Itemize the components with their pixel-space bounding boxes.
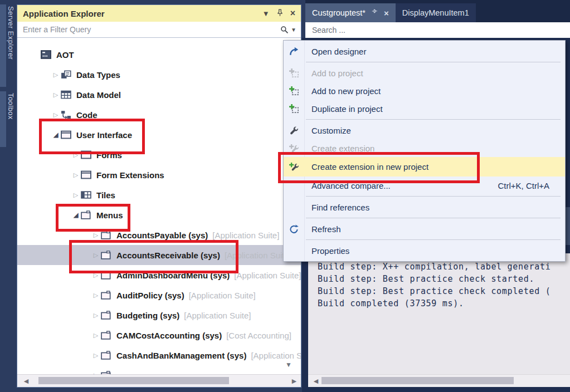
tree-item-code[interactable]: ▷ Code [17,105,301,125]
tree-item-label: CashAndBankManagement (sys) [116,351,246,360]
tree-item-suffix: [Application Suite] [189,291,256,300]
menu-separator [306,239,561,240]
tree-item-data-types[interactable]: ▷ Data Types [17,65,301,85]
window-position-button[interactable]: ▼ [262,10,270,17]
menu-item-advanced-compare[interactable]: Advanced compare... Ctrl+K, Ctrl+A [284,177,565,194]
tree-item-label: Data Types [76,70,120,80]
pin-button[interactable] [277,9,283,18]
expander-icon[interactable]: ▷ [91,232,101,239]
tab-close-button[interactable]: × [384,8,389,18]
search-placeholder: Search ... [312,26,345,35]
scrollbar-thumb[interactable] [38,377,229,384]
close-icon: × [290,9,295,18]
menu-item-customize[interactable]: Customize [284,121,565,139]
editor-scrollbar-thumb[interactable] [566,207,570,245]
tab-label: DisplayMenuItem1 [402,8,469,17]
tree-item-camcostaccounting-sys[interactable]: ▷ CAMCostAccounting (sys) [Cost Accounti… [17,325,301,345]
expander-icon[interactable]: ▷ [51,91,61,99]
tab-displaymenuitem1[interactable]: DisplayMenuItem1 [396,3,476,22]
menu-item-label: Add to new project [304,86,549,96]
add-project-icon [284,68,304,78]
data-types-icon [61,70,72,79]
expander-icon[interactable]: ▷ [91,292,101,299]
filter-query-input[interactable]: Enter a Filter Query ▼ [17,22,301,38]
menu-item-label: Customize [304,126,549,135]
tree-item-suffix: [Application Suite] [225,251,291,260]
expander-icon[interactable]: ▷ [51,71,61,79]
tree-item-tiles[interactable]: ▷ Tiles [17,185,301,205]
expander-icon[interactable]: ▷ [91,252,101,259]
tree-item-accountsreceivable-sys[interactable]: ▷ AccountsReceivable (sys) [Application … [17,245,301,265]
menu-icon [81,210,92,219]
search-options-caret-icon[interactable]: ▼ [291,27,296,33]
tree-item-budgeting-sys[interactable]: ▷ Budgeting (sys) [Application Suite] [17,305,301,325]
menu-item-find-references[interactable]: Find references [284,198,565,216]
tree-item-data-model[interactable]: ▷ Data Model [17,85,301,105]
search-icon[interactable] [280,26,289,34]
tree-item-user-interface[interactable]: ◢ User Interface [17,125,301,145]
scroll-right-icon[interactable]: ▶ [290,375,299,387]
expander-icon[interactable]: ▷ [91,332,101,339]
tab-label: Custgrouptest* [312,8,366,17]
expander-icon[interactable]: ◢ [51,131,61,139]
expander-icon[interactable]: ▷ [71,171,81,179]
expander-icon[interactable]: ◢ [71,211,81,219]
refresh-icon [284,224,304,234]
pin-icon [372,8,378,17]
menu-item-refresh[interactable]: Refresh [284,220,565,238]
tiles-icon [81,190,92,199]
expander-icon[interactable]: ▷ [51,111,61,119]
menu-item-add-to-new-project[interactable]: Add to new project [284,82,565,100]
tree-item-menus[interactable]: ◢ Menus [17,205,301,225]
menu-item-create-extension-in-new-project[interactable]: Create extension in new project [284,157,565,177]
output-horizontal-scrollbar[interactable]: ◀ [308,374,570,387]
expander-icon[interactable]: ▷ [91,272,101,279]
menu-item-label: Create extension [304,144,549,153]
aot-tree: AOT ▷ Data Types ▷ Data Model ▷ Code ◢ U… [17,38,301,374]
sidebar-tab-toolbox[interactable]: Toolbox [0,91,16,147]
tree-item-admindashboardmenu-sys[interactable]: ▷ AdminDashboardMenu (sys) [Application … [17,265,301,285]
sidebar-tab-server-explorer[interactable]: Server Explorer [0,4,16,87]
tab-custgrouptest[interactable]: Custgrouptest* × [305,3,396,22]
tree-item-partial-item[interactable]: ▷ [17,365,301,374]
tree-item-accountspayable-sys[interactable]: ▷ AccountsPayable (sys) [Application Sui… [17,225,301,245]
expander-icon[interactable]: ▷ [71,192,81,199]
tree-horizontal-scrollbar[interactable]: ◀ ▶ [17,374,301,387]
pane-title: Application Explorer [23,9,255,18]
scroll-left-icon[interactable]: ◀ [311,375,320,387]
editor-search-input[interactable]: Search ... [305,22,570,38]
scroll-left-icon[interactable]: ◀ [22,375,31,387]
expander-icon[interactable]: ▷ [91,352,101,359]
dropdown-caret-icon: ▼ [262,10,270,17]
expander-icon[interactable]: ▷ [91,312,101,319]
tab-pin-button[interactable] [372,8,378,17]
menu-item-add-to-project[interactable]: Add to project [284,64,565,82]
tree-item-label: Menus [96,210,123,220]
tree-item-forms[interactable]: ▷ Forms [17,145,301,165]
tree-scroll-down-icon[interactable]: ▼ [285,361,292,369]
tree-item-suffix: [Application Suite] [234,271,301,280]
menu-icon [101,291,112,300]
menu-item-shortcut: Ctrl+K, Ctrl+A [498,181,565,190]
menu-item-create-extension[interactable]: Create extension [284,139,565,157]
tree-item-aot[interactable]: AOT [17,45,301,65]
tree-item-auditpolicy-sys[interactable]: ▷ AuditPolicy (sys) [Application Suite] [17,285,301,305]
close-button[interactable]: × [290,9,295,18]
menu-item-properties[interactable]: Properties [284,242,565,259]
menu-separator [306,62,561,62]
menu-item-open-designer[interactable]: Open designer [284,42,565,60]
menu-icon [101,231,112,239]
tree-item-label: AuditPolicy (sys) [116,291,184,300]
menu-item-label: Open designer [304,47,549,56]
tree-item-suffix: [Application Suite] [251,351,301,360]
tree-item-cashandbankmanagement-sys[interactable]: ▷ CashAndBankManagement (sys) [Applicati… [17,345,301,365]
expander-icon[interactable]: ▷ [71,151,81,159]
tree-item-form-extensions[interactable]: ▷ Form Extensions [17,165,301,185]
tree-item-suffix: [Cost Accounting] [226,331,291,340]
create-extension-new-icon [284,162,304,171]
menu-item-label: Refresh [304,224,549,234]
filter-placeholder: Enter a Filter Query [23,25,280,34]
menu-item-duplicate-in-project[interactable]: Duplicate in project [284,100,565,117]
scrollbar-thumb[interactable] [321,377,514,384]
close-icon: × [384,8,389,18]
